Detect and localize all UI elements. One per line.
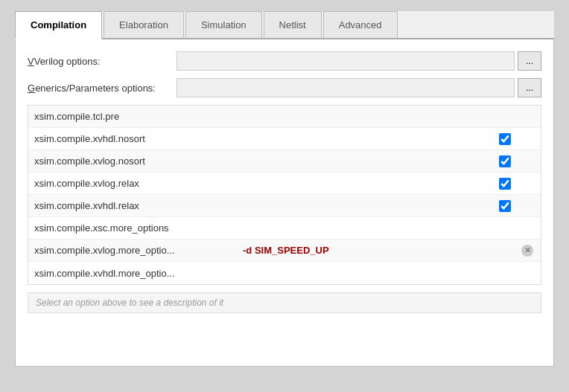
generics-options-input[interactable] [177, 78, 515, 97]
outer-container: Compilation Elaboration Simulation Netli… [0, 0, 569, 392]
tab-simulation[interactable]: Simulation [185, 11, 262, 38]
table-row: xsim.compile.tcl.pre [28, 106, 541, 128]
verilog-options-label: VVerilog options: [28, 56, 177, 67]
generics-options-row: Generics/Parameters options: ... [28, 78, 541, 97]
checkbox-xvlog-nosort[interactable] [499, 155, 511, 167]
table-row: xsim.compile.xvlog.more_optio... -d SIM_… [28, 240, 541, 262]
verilog-options-browse-button[interactable]: ... [518, 51, 541, 71]
tab-compilation[interactable]: Compilation [15, 11, 102, 39]
tab-content-compilation: VVerilog options: ... Generics/Parameter… [15, 39, 554, 367]
tab-elaboration[interactable]: Elaboration [104, 11, 184, 38]
tab-advanced[interactable]: Advanced [323, 11, 398, 38]
clear-xvlog-more-options[interactable]: ✕ [520, 245, 535, 257]
footer-hint: Select an option above to see a descript… [28, 292, 541, 313]
table-row: xsim.compile.xvhdl.more_optio... [28, 262, 541, 284]
verilog-options-row: VVerilog options: ... [28, 51, 541, 71]
tab-bar: Compilation Elaboration Simulation Netli… [15, 11, 554, 39]
tab-netlist[interactable]: Netlist [264, 11, 322, 38]
verilog-options-input[interactable] [177, 51, 515, 71]
checkbox-xvlog-relax[interactable] [499, 178, 511, 190]
properties-table: xsim.compile.tcl.pre xsim.compile.xvhdl.… [28, 105, 541, 285]
table-row: xsim.compile.xsc.more_options [28, 217, 541, 240]
table-row: xsim.compile.xvhdl.nosort [28, 128, 541, 150]
checkbox-xvhdl-nosort[interactable] [499, 133, 511, 145]
table-row: xsim.compile.xvlog.nosort [28, 150, 541, 173]
generics-options-label: Generics/Parameters options: [28, 83, 177, 94]
clear-icon[interactable]: ✕ [521, 245, 533, 257]
table-row: xsim.compile.xvlog.relax [28, 173, 541, 195]
checkbox-xvhdl-relax[interactable] [499, 200, 511, 212]
table-row: xsim.compile.xvhdl.relax [28, 195, 541, 217]
generics-options-browse-button[interactable]: ... [518, 78, 541, 97]
